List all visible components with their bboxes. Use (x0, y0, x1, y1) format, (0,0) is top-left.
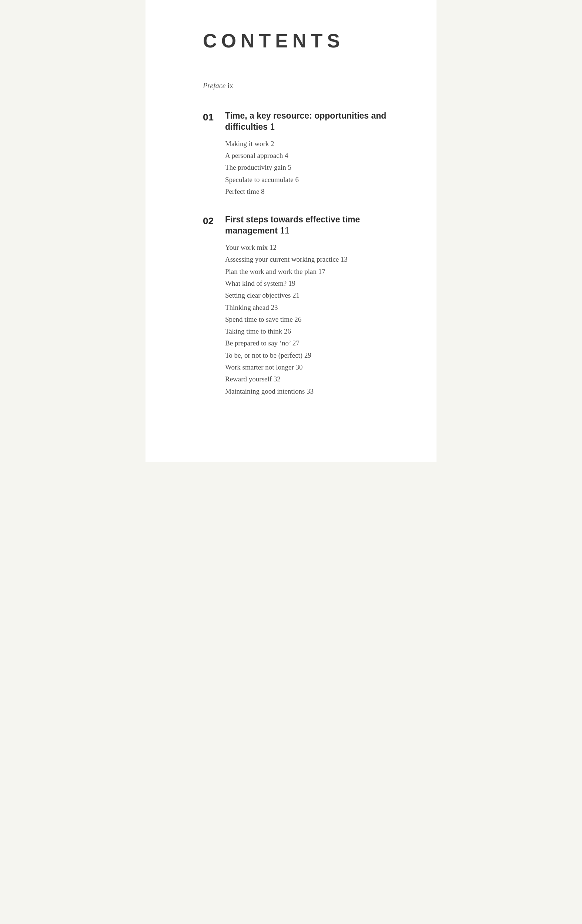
chapter-title-01: Time, a key resource: opportunities and … (225, 111, 403, 133)
list-item: Thinking ahead 23 (225, 302, 403, 314)
list-item-page: 30 (296, 363, 303, 371)
list-item-page: 21 (293, 291, 299, 299)
chapter-number-01: 01 (203, 111, 225, 198)
chapter-01: 01Time, a key resource: opportunities an… (203, 111, 403, 198)
list-item-page: 26 (294, 315, 301, 323)
list-item: Assessing your current working practice … (225, 254, 403, 266)
list-item-page: 27 (293, 339, 299, 347)
list-item: Be prepared to say ‘no’ 27 (225, 337, 403, 349)
list-item: Plan the work and work the plan 17 (225, 266, 403, 277)
list-item: Your work mix 12 (225, 242, 403, 254)
list-item-page: 2 (271, 140, 275, 147)
book-page: CONTENTS Preface ix 01Time, a key resour… (146, 0, 436, 462)
page-title: CONTENTS (203, 30, 403, 52)
chapter-title-page-01: 1 (270, 122, 275, 132)
list-item: Maintaining good intentions 33 (225, 386, 403, 397)
list-item-page: 32 (274, 375, 281, 383)
list-item-page: 6 (295, 176, 299, 183)
list-item-page: 29 (304, 351, 311, 359)
list-item: Reward yourself 32 (225, 373, 403, 385)
list-item-page: 26 (284, 327, 291, 335)
list-item: Perfect time 8 (225, 186, 403, 198)
list-item-page: 5 (288, 163, 291, 171)
list-item: Speculate to accumulate 6 (225, 174, 403, 186)
list-item-page: 17 (318, 267, 326, 276)
chapter-title-page-02: 11 (280, 226, 289, 235)
list-item: Making it work 2 (225, 138, 403, 150)
list-item: Spend time to save time 26 (225, 314, 403, 325)
chapter-content-01: Time, a key resource: opportunities and … (225, 111, 403, 198)
list-item: What kind of system? 19 (225, 277, 403, 289)
list-item-page: 8 (261, 188, 265, 195)
list-item-page: 13 (340, 256, 348, 263)
list-item-page: 12 (270, 244, 276, 251)
chapters-container: 01Time, a key resource: opportunities an… (203, 111, 403, 397)
preface-page-number-value: ix (227, 81, 233, 90)
list-item: The productivity gain 5 (225, 162, 403, 173)
list-item-page: 23 (271, 304, 278, 311)
list-item-page: 19 (288, 279, 296, 287)
chapter-number-02: 02 (203, 214, 225, 397)
list-item: A personal approach 4 (225, 150, 403, 162)
chapter-content-02: First steps towards effective time manag… (225, 214, 403, 397)
list-item: Taking time to think 26 (225, 325, 403, 337)
list-item: To be, or not to be (perfect) 29 (225, 350, 403, 361)
list-item: Setting clear objectives 21 (225, 289, 403, 301)
chapter-02: 02First steps towards effective time man… (203, 214, 403, 397)
list-item-page: 4 (285, 152, 288, 159)
list-item-page: 33 (307, 387, 314, 395)
preface-entry: Preface ix (203, 81, 403, 90)
list-item: Work smarter not longer 30 (225, 361, 403, 373)
chapter-title-02: First steps towards effective time manag… (225, 214, 403, 236)
preface-label: Preface (203, 81, 225, 90)
